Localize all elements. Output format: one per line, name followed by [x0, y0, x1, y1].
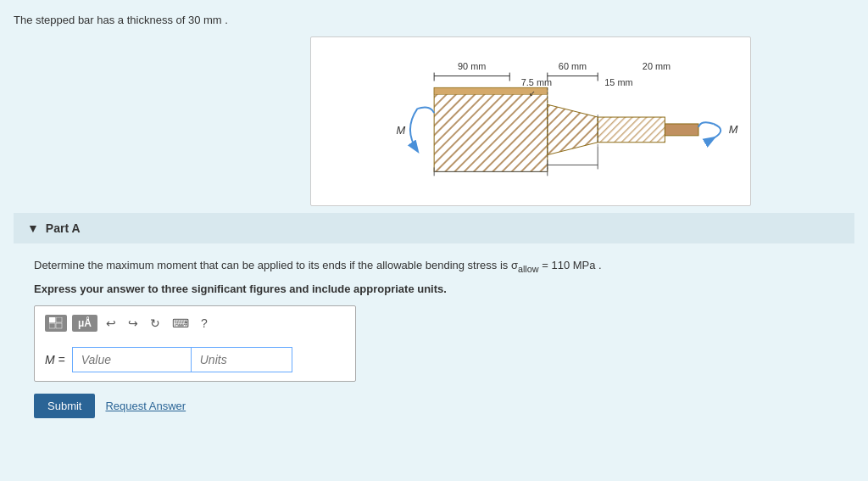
button-row: Submit Request Answer [34, 394, 834, 418]
answer-box: μÅ ↩ ↪ ↻ ⌨ [34, 305, 356, 382]
svg-rect-17 [598, 117, 665, 143]
mu-a-button[interactable]: μÅ [72, 315, 97, 332]
keyboard-button[interactable]: ⌨ [169, 315, 192, 332]
svg-text:20 mm: 20 mm [643, 61, 670, 71]
svg-text:90 mm: 90 mm [458, 61, 486, 71]
svg-text:↙: ↙ [529, 89, 536, 98]
svg-rect-33 [56, 323, 62, 328]
grid-layout-button[interactable] [45, 315, 67, 332]
input-row: M = [45, 347, 345, 372]
request-label: Request Answer [105, 400, 186, 412]
undo-button[interactable]: ↩ [103, 315, 120, 332]
question-text: Determine the maximum moment that can be… [34, 257, 834, 276]
svg-rect-32 [49, 323, 55, 328]
svg-text:15 mm: 15 mm [604, 77, 632, 87]
bold-instruction: Express your answer to three significant… [34, 282, 834, 295]
value-input[interactable] [72, 347, 191, 372]
undo-icon: ↩ [106, 316, 116, 330]
svg-text:M: M [729, 123, 738, 136]
m-equals-label: M = [45, 353, 65, 366]
redo-button[interactable]: ↪ [125, 315, 142, 332]
help-label: ? [201, 316, 208, 330]
svg-rect-18 [665, 124, 698, 136]
svg-text:7.5 mm: 7.5 mm [521, 77, 552, 87]
part-header[interactable]: ▼ Part A [14, 213, 854, 243]
reset-button[interactable]: ↻ [147, 315, 164, 332]
units-input[interactable] [191, 347, 292, 372]
svg-rect-30 [49, 317, 55, 322]
svg-text:60 mm: 60 mm [559, 61, 587, 71]
part-label: Part A [46, 221, 81, 235]
question-main: Determine the maximum moment that can be… [34, 259, 602, 271]
submit-button[interactable]: Submit [34, 394, 95, 418]
redo-icon: ↪ [128, 316, 138, 330]
part-content: Determine the maximum moment that can be… [14, 243, 854, 432]
collapse-icon: ▼ [27, 221, 39, 235]
grid-icon [49, 317, 63, 329]
mu-a-label: μÅ [78, 317, 92, 329]
description-text: The stepped bar has a thickness of 30 mm… [14, 14, 228, 26]
request-answer-button[interactable]: Request Answer [105, 400, 186, 412]
svg-rect-14 [434, 87, 548, 171]
reset-icon: ↻ [150, 316, 160, 330]
keyboard-icon: ⌨ [172, 316, 189, 330]
svg-rect-31 [56, 317, 62, 322]
svg-text:M: M [397, 124, 406, 137]
help-button[interactable]: ? [198, 315, 211, 332]
stepped-bar-diagram: 90 mm 60 mm 7.5 mm 20 mm 15 mm [311, 37, 750, 205]
submit-label: Submit [47, 400, 81, 412]
diagram-container: 90 mm 60 mm 7.5 mm 20 mm 15 mm [310, 36, 751, 206]
part-section: ▼ Part A Determine the maximum moment th… [14, 213, 854, 432]
problem-description: The stepped bar has a thickness of 30 mm… [14, 14, 854, 26]
toolbar: μÅ ↩ ↪ ↻ ⌨ [45, 315, 345, 338]
page-wrapper: The stepped bar has a thickness of 30 mm… [0, 0, 868, 481]
